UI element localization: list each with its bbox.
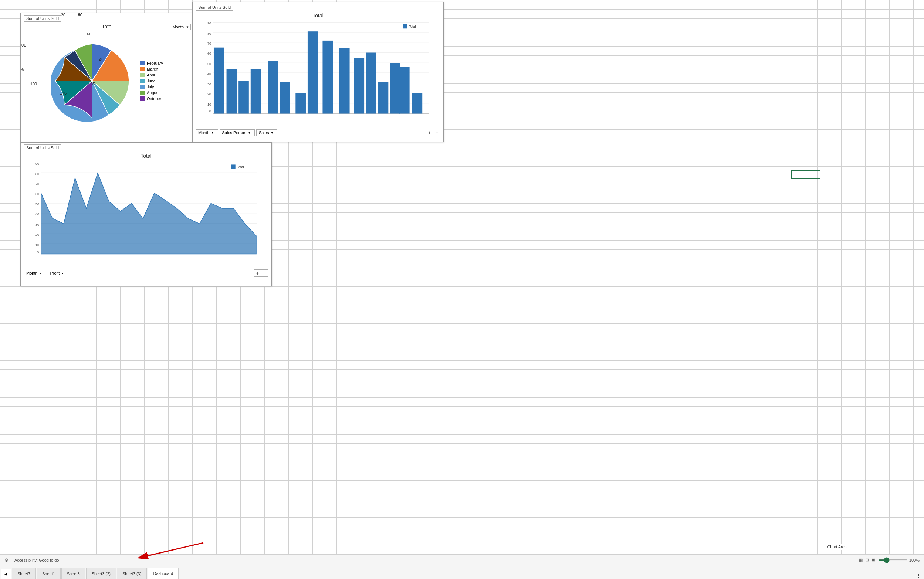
svg-marker-112 [41, 173, 256, 254]
legend-label-july: July [147, 85, 154, 89]
month-dropdown-button[interactable]: Month [170, 24, 191, 30]
svg-text:156: 156 [21, 67, 24, 71]
svg-rect-42 [366, 52, 377, 113]
sheet-tab-sheet3[interactable]: Sheet3 [61, 568, 85, 579]
bar-zoom-in[interactable]: + [426, 129, 433, 136]
view-normal-icon[interactable]: ▦ [859, 558, 863, 563]
view-page-icon[interactable]: ⊞ [872, 558, 875, 563]
bar-zoom-out[interactable]: − [433, 129, 441, 136]
svg-rect-31 [214, 47, 224, 114]
svg-rect-45 [399, 67, 410, 113]
bar-month-filter[interactable]: Month [196, 129, 218, 136]
area-profit-filter[interactable]: Profit [48, 270, 69, 276]
area-month-filter[interactable]: Month [24, 270, 46, 276]
legend-item-july: July [140, 85, 163, 89]
bar-y-axis: 90 80 70 60 50 40 30 20 10 0 [195, 20, 213, 112]
svg-rect-90 [403, 24, 408, 28]
bar-chart-container[interactable]: Sum of Units Sold Total 90 80 70 60 50 4… [192, 2, 444, 142]
month-dropdown-wrapper: Month [170, 24, 191, 30]
bar-sales-filter[interactable]: Sales [256, 129, 277, 136]
svg-rect-33 [239, 81, 249, 114]
svg-text:60: 60 [36, 192, 39, 196]
svg-text:90: 90 [78, 13, 82, 17]
svg-text:109: 109 [30, 82, 37, 86]
area-chart-container[interactable]: Sum of Units Sold Total 90 80 70 60 50 4… [20, 142, 272, 286]
svg-rect-40 [339, 48, 350, 114]
legend-item-october: October [140, 96, 163, 101]
tab-nav-prev[interactable]: ◀ [1, 569, 11, 579]
view-layout-icon[interactable]: ⊡ [866, 558, 869, 563]
legend-item-june: June [140, 79, 163, 83]
svg-text:60: 60 [78, 13, 82, 17]
sheet-tab-sheet1[interactable]: Sheet1 [37, 568, 61, 579]
area-zoom-in[interactable]: + [254, 269, 261, 277]
area-chart-inner: 90 80 70 60 50 40 30 20 10 0 [21, 160, 271, 268]
pie-chart-container[interactable]: Sum of Units Sold Month Total [20, 13, 194, 142]
accessibility-text: Accessibility: Good to go [15, 558, 59, 563]
pie-chart-title: Total [21, 24, 194, 29]
zoom-control: 100% [878, 558, 919, 563]
bar-salesperson-filter[interactable]: Sales Person [220, 129, 255, 136]
sheet-tab-dashboard[interactable]: Dashboard [147, 568, 179, 579]
pie-chart-label: Sum of Units Sold [24, 15, 61, 22]
svg-text:90: 90 [207, 21, 211, 25]
legend-color-april [140, 73, 144, 77]
svg-text:20: 20 [36, 233, 39, 237]
svg-text:70: 70 [36, 182, 39, 186]
arrow-annotation [129, 539, 222, 561]
svg-text:101: 101 [21, 43, 26, 47]
svg-rect-38 [308, 31, 318, 113]
bar-chart-controls: Month Sales Person Sales + − [193, 127, 443, 138]
legend-color-october [140, 96, 144, 101]
tab-bar: ◀ Sheet7 Sheet1 Sheet3 Sheet3 (2) Sheet3… [0, 565, 924, 579]
zoom-slider[interactable] [878, 559, 908, 561]
legend-color-july [140, 85, 144, 89]
bar-chart-svg: $60000 $70000 $20000 $30000 $35000 $3020… [213, 22, 429, 114]
svg-rect-41 [354, 58, 364, 113]
sheet-tab-sheet3-2[interactable]: Sheet3 (2) [86, 568, 116, 579]
legend-label-august: August [147, 90, 159, 95]
area-zoom-controls: + − [254, 269, 269, 277]
legend-label-february: February [147, 61, 163, 65]
svg-line-147 [148, 543, 203, 556]
svg-text:80: 80 [36, 172, 39, 176]
svg-rect-39 [323, 41, 333, 114]
pie-legend: February March April June [140, 61, 163, 101]
sheet-tab-sheet3-3[interactable]: Sheet3 (3) [117, 568, 147, 579]
svg-text:Total: Total [409, 25, 416, 28]
legend-item-march: March [140, 67, 163, 71]
legend-color-march [140, 67, 144, 71]
svg-text:70: 70 [207, 42, 211, 46]
svg-text:30: 30 [207, 82, 211, 86]
bar-chart-title: Total [193, 13, 443, 18]
excel-app: Sum of Units Sold Month Total [0, 0, 924, 579]
pie-area: 20 66 45 35 176 109 156 101 80 90 60 [21, 31, 194, 131]
svg-text:40: 40 [207, 72, 211, 76]
sheet-options-icon[interactable]: ⋮ [916, 573, 921, 579]
svg-text:90: 90 [36, 162, 39, 165]
status-right: ▦ ⊡ ⊞ 100% [859, 558, 919, 563]
svg-text:Total: Total [237, 165, 244, 169]
pie-svg [51, 40, 133, 121]
svg-rect-36 [280, 82, 290, 114]
svg-rect-35 [268, 61, 278, 113]
area-chart-label: Sum of Units Sold [24, 144, 61, 151]
svg-text:66: 66 [87, 32, 91, 36]
svg-text:30: 30 [36, 223, 39, 226]
svg-text:50: 50 [207, 62, 211, 66]
svg-text:60: 60 [207, 52, 211, 56]
legend-label-march: March [147, 67, 158, 71]
bar-chart-label: Sum of Units Sold [196, 4, 233, 11]
svg-text:10: 10 [207, 103, 211, 106]
area-chart-title: Total [21, 153, 271, 159]
legend-color-august [140, 90, 144, 95]
area-zoom-out[interactable]: − [261, 269, 269, 277]
selected-cell [791, 170, 821, 179]
svg-text:20: 20 [207, 92, 211, 96]
svg-text:20: 20 [61, 13, 66, 17]
svg-text:50: 50 [36, 203, 39, 206]
legend-color-february [140, 61, 144, 65]
chart-area-label: Chart Area [824, 543, 850, 550]
spreadsheet-area: Sum of Units Sold Month Total [0, 0, 924, 579]
sheet-tab-sheet7[interactable]: Sheet7 [12, 568, 36, 579]
